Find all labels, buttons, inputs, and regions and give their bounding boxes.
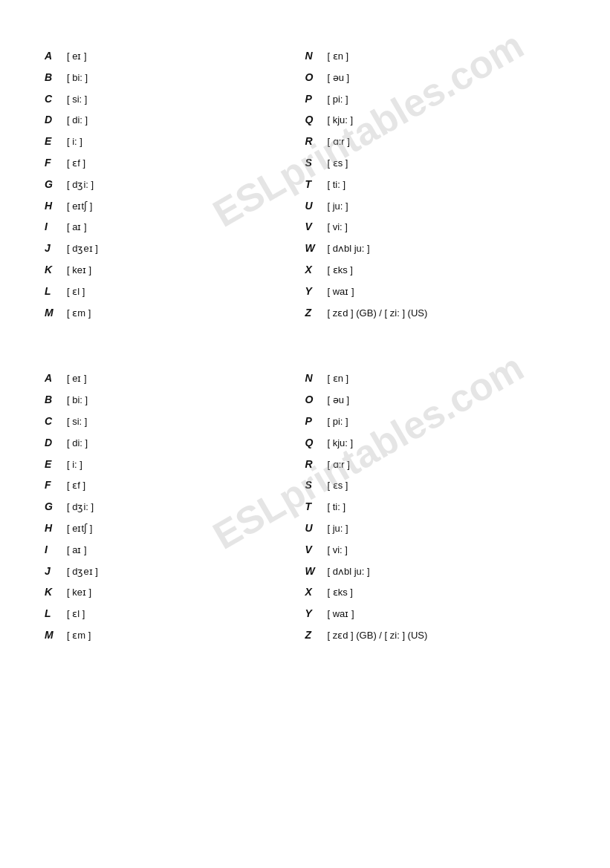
table-row: B[ bi: ] xyxy=(45,69,305,86)
alphabet-letter: K xyxy=(45,584,67,600)
section-1: A[ eɪ ]B[ bi: ]C[ si: ]D[ di: ]E[ i: ]F[… xyxy=(45,48,565,325)
table-row: X[ ɛks ] xyxy=(305,584,566,601)
right-col-2: N[ ɛn ]O[ əu ]P[ pi: ]Q[ kju: ]R[ ɑ:r ]S… xyxy=(305,370,566,647)
alphabet-letter: K xyxy=(45,261,67,278)
alphabet-phonetic: [ zɛd ] (GB) / [ zi: ] (US) xyxy=(328,628,428,644)
alphabet-phonetic: [ ɛf ] xyxy=(67,478,85,494)
alphabet-phonetic: [ keɪ ] xyxy=(67,263,91,278)
alphabet-letter: X xyxy=(305,261,328,278)
alphabet-phonetic: [ kju: ] xyxy=(328,436,354,451)
alphabet-phonetic: [ eɪ ] xyxy=(67,49,87,65)
alphabet-letter: Z xyxy=(305,304,328,321)
table-row: Z[ zɛd ] (GB) / [ zi: ] (US) xyxy=(305,627,566,644)
alphabet-phonetic: [ keɪ ] xyxy=(67,585,91,601)
alphabet-letter: X xyxy=(305,584,328,600)
alphabet-letter: Q xyxy=(305,111,328,128)
table-row: S[ ɛs ] xyxy=(305,477,566,494)
alphabet-phonetic: [ ɛks ] xyxy=(328,585,353,601)
alphabet-letter: Q xyxy=(305,434,328,451)
table-row: O[ əu ] xyxy=(305,69,566,86)
table-row: N[ ɛn ] xyxy=(305,370,566,387)
alphabet-phonetic: [ əu ] xyxy=(328,393,350,408)
table-row: R[ ɑ:r ] xyxy=(305,456,566,473)
alphabet-phonetic: [ ɛm ] xyxy=(67,306,91,322)
alphabet-letter: E xyxy=(45,133,67,149)
table-row: L[ ɛl ] xyxy=(45,283,305,300)
alphabet-letter: R xyxy=(305,456,328,472)
alphabet-letter: J xyxy=(45,240,67,256)
alphabet-letter: U xyxy=(305,520,328,536)
alphabet-letter: P xyxy=(305,91,328,107)
alphabet-letter: N xyxy=(305,370,328,386)
alphabet-phonetic: [ dʒeɪ ] xyxy=(67,241,98,257)
alphabet-phonetic: [ vi: ] xyxy=(328,220,348,235)
table-row: K[ keɪ ] xyxy=(45,261,305,278)
alphabet-phonetic: [ eɪ ] xyxy=(67,371,87,387)
alphabet-letter: I xyxy=(45,541,67,558)
alphabet-phonetic: [ əu ] xyxy=(328,71,350,86)
table-row: E[ i: ] xyxy=(45,456,305,473)
alphabet-phonetic: [ ɛn ] xyxy=(328,371,349,387)
table-row: T[ ti: ] xyxy=(305,498,566,515)
alphabet-phonetic: [ ɑ:r ] xyxy=(328,134,350,150)
alphabet-phonetic: [ dʒeɪ ] xyxy=(67,564,98,580)
alphabet-phonetic: [ aɪ ] xyxy=(67,543,87,558)
alphabet-phonetic: [ waɪ ] xyxy=(328,284,354,300)
alphabet-phonetic: [ dʒi: ] xyxy=(67,177,94,193)
alphabet-letter: O xyxy=(305,391,328,408)
alphabet-phonetic: [ bi: ] xyxy=(67,393,88,408)
alphabet-letter: V xyxy=(305,541,328,558)
table-row: K[ keɪ ] xyxy=(45,584,305,601)
table-row: C[ si: ] xyxy=(45,91,305,108)
table-row: J[ dʒeɪ ] xyxy=(45,240,305,257)
table-row: M[ ɛm ] xyxy=(45,627,305,644)
alphabet-phonetic: [ aɪ ] xyxy=(67,220,87,235)
alphabet-letter: M xyxy=(45,627,67,643)
alphabet-phonetic: [ ɛl ] xyxy=(67,284,85,300)
alphabet-phonetic: [ ɛs ] xyxy=(328,478,348,494)
table-row: I[ aɪ ] xyxy=(45,218,305,235)
alphabet-letter: T xyxy=(305,176,328,192)
table-row: U[ ju: ] xyxy=(305,198,566,215)
alphabet-letter: S xyxy=(305,154,328,171)
table-row: P[ pi: ] xyxy=(305,413,566,430)
alphabet-phonetic: [ i: ] xyxy=(67,134,82,150)
alphabet-phonetic: [ eɪtʃ ] xyxy=(67,199,92,215)
alphabet-phonetic: [ ɛf ] xyxy=(67,156,85,172)
alphabet-phonetic: [ ɛl ] xyxy=(67,607,85,622)
table-row: E[ i: ] xyxy=(45,133,305,150)
alphabet-letter: U xyxy=(305,198,328,214)
table-row: B[ bi: ] xyxy=(45,391,305,408)
alphabet-letter: L xyxy=(45,605,67,621)
alphabet-phonetic: [ vi: ] xyxy=(328,543,348,558)
alphabet-letter: S xyxy=(305,477,328,493)
table-row: M[ ɛm ] xyxy=(45,304,305,322)
alphabet-letter: C xyxy=(45,413,67,429)
alphabet-letter: Z xyxy=(305,627,328,643)
section-2: A[ eɪ ]B[ bi: ]C[ si: ]D[ di: ]E[ i: ]F[… xyxy=(45,370,565,647)
alphabet-letter: W xyxy=(305,240,328,256)
alphabet-letter: T xyxy=(305,498,328,515)
alphabet-letter: Y xyxy=(305,283,328,299)
table-row: U[ ju: ] xyxy=(305,520,566,537)
alphabet-letter: A xyxy=(45,370,67,386)
table-row: L[ ɛl ] xyxy=(45,605,305,622)
alphabet-phonetic: [ kju: ] xyxy=(328,113,354,128)
alphabet-phonetic: [ pi: ] xyxy=(328,92,348,108)
table-row: D[ di: ] xyxy=(45,111,305,128)
alphabet-letter: A xyxy=(45,48,67,64)
table-row: V[ vi: ] xyxy=(305,541,566,558)
table-row: W[ dʌbl ju: ] xyxy=(305,563,566,580)
alphabet-letter: B xyxy=(45,69,67,85)
alphabet-letter: B xyxy=(45,391,67,408)
alphabet-phonetic: [ eɪtʃ ] xyxy=(67,521,92,537)
alphabet-phonetic: [ si: ] xyxy=(67,92,87,108)
alphabet-phonetic: [ ɑ:r ] xyxy=(328,457,350,473)
alphabet-phonetic: [ dʌbl ju: ] xyxy=(328,564,370,580)
right-col-1: N[ ɛn ]O[ əu ]P[ pi: ]Q[ kju: ]R[ ɑ:r ]S… xyxy=(305,48,566,325)
alphabet-letter: I xyxy=(45,218,67,235)
alphabet-letter: L xyxy=(45,283,67,299)
alphabet-phonetic: [ waɪ ] xyxy=(328,607,354,622)
alphabet-phonetic: [ pi: ] xyxy=(328,414,348,430)
alphabet-letter: D xyxy=(45,111,67,128)
